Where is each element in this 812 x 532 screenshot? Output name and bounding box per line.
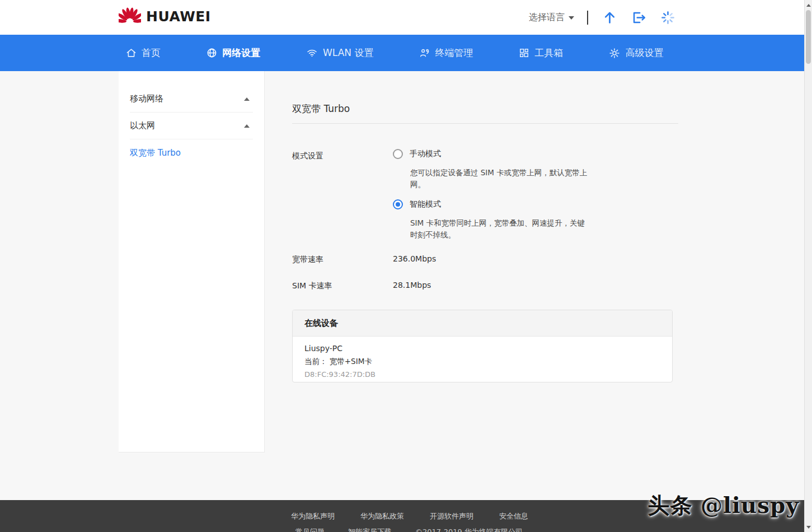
chevron-up-icon [244,97,250,101]
radio-selected-icon[interactable] [393,199,403,209]
mode-setting-label: 模式设置 [292,151,323,161]
sim-rate-label: SIM 卡速率 [292,281,332,291]
online-devices-card: 在线设备 Liuspy-PC 当前： 宽带+SIM卡 D8:FC:93:42:7… [292,310,673,382]
wifi-icon [306,48,318,58]
copyright: ©2017-2019 华为终端有限公司 [415,527,523,532]
brand-name: HUAWEI [146,8,211,25]
title-divider [292,123,678,124]
main-nav: 首页 网络设置 WLAN 设置 终端管理 工具箱 高级设置 [0,35,804,71]
gear-icon [609,48,620,59]
broadband-rate-label: 宽带速率 [292,255,323,265]
footer-link-smart-home-download[interactable]: 智能家居下载 [348,527,392,532]
huawei-logo: HUAWEI [119,7,211,25]
home-icon [126,48,137,58]
device-mac-address: D8:FC:93:42:7D:DB [304,370,660,379]
watermark: 头条 @liuspy [648,491,799,521]
nav-tab-toolbox[interactable]: 工具箱 [519,46,563,59]
logout-button[interactable] [630,9,647,26]
sidebar-group-label: 以太网 [130,120,155,131]
toolbox-grid-icon [519,48,529,58]
footer-link-privacy-statement[interactable]: 华为隐私声明 [291,511,335,521]
footer-link-faq[interactable]: 常见问题 [295,527,325,532]
huawei-flower-icon [119,7,141,25]
triangle-down-icon [806,526,811,529]
nav-tab-label: 工具箱 [534,46,563,59]
chevron-down-icon [569,16,574,20]
scrollbar-thumb[interactable] [806,10,811,64]
page-title: 双宽带 Turbo [292,102,350,115]
nav-tab-label: 网络设置 [222,46,260,59]
refresh-button[interactable] [659,9,676,26]
top-header: HUAWEI 选择语言 [0,0,804,35]
language-selector[interactable]: 选择语言 [529,12,574,24]
footer-link-open-source[interactable]: 开源软件声明 [430,511,473,521]
manual-mode-description: 您可以指定设备通过 SIM 卡或宽带上网，默认宽带上网。 [410,167,590,190]
device-connection-mode: 当前： 宽带+SIM卡 [304,357,660,367]
header-actions: 选择语言 [529,0,688,35]
nav-tab-device-management[interactable]: 终端管理 [419,46,473,59]
sidebar-group-label: 移动网络 [130,94,163,104]
main-content: 双宽带 Turbo 模式设置 手动模式 您可以指定设备通过 SIM 卡或宽带上网… [264,71,804,452]
radio-option-manual-mode[interactable]: 手动模式 [393,149,441,159]
nav-tab-wlan-settings[interactable]: WLAN 设置 [306,46,373,59]
user-devices-icon [419,48,430,58]
sidebar-group-mobile-network[interactable]: 移动网络 [130,86,253,113]
logout-icon [631,10,646,25]
online-devices-title: 在线设备 [293,310,672,337]
radio-option-label: 智能模式 [410,199,441,209]
scroll-up-arrow[interactable] [805,1,812,10]
scroll-down-arrow[interactable] [805,522,812,531]
footer-link-security-info[interactable]: 安全信息 [499,511,528,521]
triangle-up-icon [806,4,811,7]
sim-rate-value: 28.1Mbps [393,281,431,290]
smart-mode-description: SIM 卡和宽带同时上网，宽带叠加、网速提升，关键时刻不掉线。 [410,217,590,241]
nav-tab-label: WLAN 设置 [323,46,373,59]
footer-link-privacy-policy[interactable]: 华为隐私政策 [360,511,404,521]
back-to-top-button[interactable] [601,9,618,26]
sidebar-item-label: 双宽带 Turbo [130,148,181,158]
nav-tab-label: 高级设置 [625,46,663,59]
radio-option-smart-mode[interactable]: 智能模式 [393,199,441,209]
nav-tab-label: 首页 [142,46,161,59]
nav-tab-label: 终端管理 [435,46,473,59]
sidebar: 移动网络 以太网 双宽带 Turbo [119,71,265,452]
device-entry: Liuspy-PC 当前： 宽带+SIM卡 D8:FC:93:42:7D:DB [293,337,672,382]
arrow-up-icon [602,10,617,25]
broadband-rate-value: 236.0Mbps [393,254,436,263]
globe-icon [206,48,217,58]
radio-option-label: 手动模式 [410,149,441,159]
scrollbar[interactable] [804,0,812,532]
nav-tab-home[interactable]: 首页 [126,46,161,59]
device-name: Liuspy-PC [304,344,660,353]
sidebar-group-ethernet[interactable]: 以太网 [130,113,253,139]
header-divider [587,11,588,25]
nav-tab-advanced-settings[interactable]: 高级设置 [609,46,663,59]
nav-tab-network-settings[interactable]: 网络设置 [206,46,260,59]
radio-unselected-icon[interactable] [393,149,403,159]
chevron-up-icon [244,124,250,128]
sidebar-item-dual-wan-turbo[interactable]: 双宽带 Turbo [130,139,253,166]
spinner-icon [660,10,675,25]
footer-links-row2: 常见问题 智能家居下载 ©2017-2019 华为终端有限公司 [0,527,804,532]
language-label: 选择语言 [529,12,565,24]
